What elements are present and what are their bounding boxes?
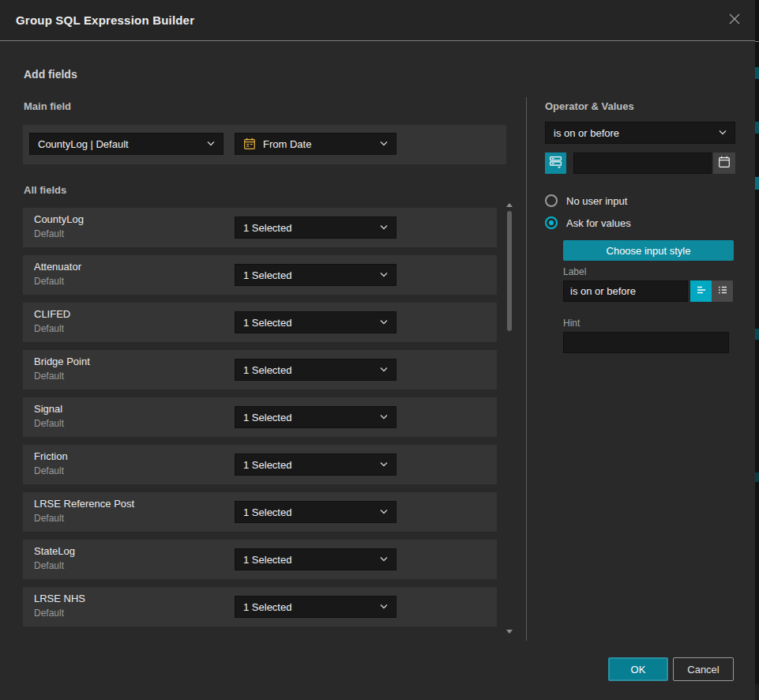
field-selected-value: 1 Selected [243, 317, 374, 329]
date-picker-button[interactable] [713, 152, 735, 174]
chevron-down-icon [380, 510, 388, 514]
field-sublabel: Default [34, 371, 64, 382]
field-name: LRSE Reference Post [34, 498, 134, 510]
close-icon [727, 12, 742, 29]
field-row: CountyLog Default 1 Selected [23, 208, 497, 247]
chevron-down-icon [719, 130, 727, 135]
field-selected-dropdown[interactable]: 1 Selected [235, 311, 396, 333]
label-caption: Label [563, 266, 586, 277]
field-sublabel: Default [34, 560, 64, 571]
scroll-up-icon[interactable] [506, 203, 513, 207]
field-selected-dropdown[interactable]: 1 Selected [235, 216, 396, 239]
group-sql-expression-builder-dialog: Group SQL Expression Builder Add fields … [0, 0, 759, 700]
ok-button[interactable]: OK [608, 657, 668, 681]
main-layer-select[interactable]: CountyLog | Default [29, 133, 224, 155]
field-row: LRSE Reference Post Default 1 Selected [23, 492, 497, 532]
radio-ask-for-values-label: Ask for values [566, 217, 631, 229]
add-fields-heading: Add fields [24, 68, 77, 81]
field-selected-dropdown[interactable]: 1 Selected [235, 453, 396, 476]
bullet-list-icon [716, 284, 729, 299]
list-scrollbar[interactable] [505, 203, 513, 634]
all-fields-list: CountyLog Default 1 Selected Attenuator … [23, 208, 497, 634]
field-row: Signal Default 1 Selected [23, 397, 497, 437]
radio-no-user-input-label: No user input [566, 195, 627, 207]
field-selected-value: 1 Selected [243, 269, 374, 281]
field-selected-value: 1 Selected [243, 459, 374, 471]
dialog-title: Group SQL Expression Builder [16, 0, 194, 41]
field-selected-value: 1 Selected [243, 222, 374, 234]
main-field-select[interactable]: From Date [235, 133, 396, 155]
hint-input[interactable] [563, 332, 729, 353]
operator-select[interactable]: is on or before [545, 122, 735, 144]
field-selected-value: 1 Selected [243, 506, 374, 518]
field-row: LRSE NHS Default 1 Selected [23, 587, 497, 627]
field-row: Bridge Point Default 1 Selected [23, 350, 497, 390]
field-name: Friction [34, 450, 68, 462]
field-selected-value: 1 Selected [243, 601, 374, 613]
chevron-down-icon [380, 415, 388, 420]
field-selected-dropdown[interactable]: 1 Selected [235, 501, 396, 523]
chevron-down-icon [380, 604, 388, 609]
hint-caption: Hint [563, 318, 580, 329]
field-row: CLIFED Default 1 Selected [23, 303, 497, 342]
operator-select-value: is on or before [554, 127, 712, 139]
chevron-down-icon [380, 367, 388, 372]
label-input[interactable] [563, 280, 688, 302]
field-sublabel: Default [34, 276, 64, 287]
field-name: CLIFED [34, 308, 70, 320]
field-name: StateLog [34, 545, 75, 557]
field-selected-value: 1 Selected [243, 364, 374, 376]
field-sublabel: Default [34, 608, 64, 619]
field-name: Signal [34, 403, 62, 415]
radio-unselected-icon [545, 194, 558, 207]
background-app-sliver [755, 0, 759, 700]
scroll-down-icon[interactable] [506, 630, 513, 634]
choose-input-style-button[interactable]: Choose input style [563, 240, 734, 261]
input-style-list-button[interactable] [712, 280, 733, 302]
radio-ask-for-values[interactable]: Ask for values [545, 216, 631, 229]
unique-values-button[interactable] [545, 152, 566, 174]
field-sublabel: Default [34, 418, 64, 429]
field-name: CountyLog [34, 213, 84, 225]
main-layer-select-value: CountyLog | Default [38, 138, 201, 150]
field-selected-dropdown[interactable]: 1 Selected [235, 359, 396, 381]
field-selected-value: 1 Selected [243, 554, 374, 566]
panel-divider [526, 97, 527, 641]
chevron-down-icon [207, 141, 215, 146]
close-button[interactable] [725, 11, 744, 30]
field-selected-dropdown[interactable]: 1 Selected [235, 264, 396, 286]
dialog-titlebar: Group SQL Expression Builder [0, 0, 755, 41]
field-row: Friction Default 1 Selected [23, 445, 497, 484]
scrollbar-thumb[interactable] [507, 211, 512, 331]
field-sublabel: Default [34, 323, 64, 334]
field-row: StateLog Default 1 Selected [23, 540, 497, 579]
field-name: LRSE NHS [34, 593, 85, 604]
unique-values-icon [549, 155, 562, 171]
calendar-icon [243, 137, 256, 150]
main-field-panel: CountyLog | Default From Date [23, 125, 506, 164]
main-field-heading: Main field [24, 100, 71, 112]
input-style-single-button[interactable] [690, 280, 712, 302]
field-selected-dropdown[interactable]: 1 Selected [235, 406, 396, 428]
main-field-select-value: From Date [263, 138, 374, 150]
field-name: Attenuator [34, 261, 81, 273]
chevron-down-icon [380, 141, 388, 146]
chevron-down-icon [380, 462, 388, 467]
field-sublabel: Default [34, 465, 64, 476]
field-sublabel: Default [34, 228, 64, 239]
value-input[interactable] [573, 152, 712, 174]
cancel-button[interactable]: Cancel [673, 657, 734, 681]
field-sublabel: Default [34, 513, 64, 524]
radio-selected-icon [545, 216, 558, 229]
operator-values-heading: Operator & Values [545, 100, 634, 112]
chevron-down-icon [380, 320, 388, 325]
field-selected-dropdown[interactable]: 1 Selected [235, 548, 396, 570]
align-left-icon [695, 284, 708, 299]
calendar-icon [718, 156, 731, 171]
radio-no-user-input[interactable]: No user input [545, 194, 627, 207]
field-name: Bridge Point [34, 356, 90, 367]
all-fields-heading: All fields [24, 184, 66, 196]
field-selected-dropdown[interactable]: 1 Selected [235, 596, 396, 618]
field-row: Attenuator Default 1 Selected [23, 255, 497, 295]
chevron-down-icon [380, 273, 388, 277]
